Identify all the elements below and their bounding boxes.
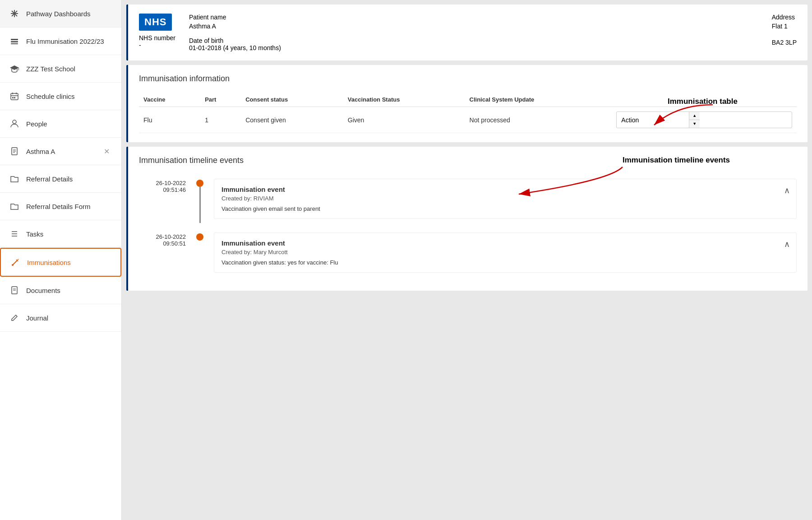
action-arrow-down[interactable]: ▼ [689, 120, 700, 128]
svg-point-15 [13, 120, 16, 124]
sidebar-item-label: Immunisations [27, 259, 111, 266]
cell-clinical-system: Not processed [465, 107, 612, 133]
action-arrow-up[interactable]: ▲ [689, 112, 700, 120]
svg-rect-6 [11, 43, 18, 44]
sidebar-item-flu-immunisation[interactable]: Flu Immunisation 2022/23 [0, 28, 121, 55]
sidebar-item-journal[interactable]: Journal [0, 304, 121, 332]
nhs-number-value: - [139, 42, 175, 49]
sidebar: Pathway Dashboards Flu Immunisation 2022… [0, 0, 122, 520]
sidebar-item-label: Flu Immunisation 2022/23 [26, 37, 112, 45]
col-vaccination-status: Vaccination Status [343, 93, 465, 107]
svg-rect-13 [12, 97, 14, 98]
svg-rect-4 [11, 39, 18, 40]
sidebar-item-label: Journal [26, 314, 112, 322]
action-dropdown-wrapper[interactable]: Action Edit Delete Process ▲ ▼ [616, 111, 792, 128]
timeline-event-desc-1: Vaccination given email sent to parent [221, 205, 789, 212]
list-icon [9, 228, 20, 239]
nhs-number-label: NHS number [139, 34, 175, 42]
timeline-right-1: Immunisation event Created by: RIVIAM Va… [207, 174, 797, 228]
immunisation-timeline-title: Immunisation timeline events [139, 156, 797, 165]
col-clinical-system: Clinical System Update [465, 93, 612, 107]
asterisk-icon [9, 8, 20, 19]
svg-point-26 [12, 264, 14, 266]
timeline-event-creator-1: Created by: RIVIAM [221, 195, 789, 202]
timeline-date-text-2: 26-10-2022 [139, 233, 186, 240]
timeline-event-desc-2: Vaccination given status: yes for vaccin… [221, 259, 789, 266]
timeline-collapse-btn-1[interactable]: ∧ [784, 186, 790, 195]
col-part: Part [200, 93, 241, 107]
sidebar-item-people[interactable]: People [0, 110, 121, 138]
sidebar-item-documents[interactable]: Documents [0, 277, 121, 304]
sidebar-item-label: Referral Details Form [26, 203, 112, 210]
timeline-line-area-1 [193, 174, 207, 223]
timeline-date-text-1: 26-10-2022 [139, 180, 186, 186]
timeline-right-2: Immunisation event Created by: Mary Murc… [207, 228, 797, 282]
address-line3: BA2 3LP [772, 39, 797, 46]
sidebar-item-schedule-clinics[interactable]: Schedule clinics [0, 83, 121, 110]
timeline-dot-2 [196, 233, 203, 241]
timeline-event-card-1: Immunisation event Created by: RIVIAM Va… [214, 179, 797, 219]
cell-vaccination-status: Given [343, 107, 465, 133]
person-icon [9, 118, 20, 129]
address-section: Address Flat 1 BA2 3LP [772, 14, 797, 51]
col-action [612, 93, 797, 107]
sidebar-item-referral-details-form[interactable]: Referral Details Form [0, 193, 121, 220]
svg-line-23 [13, 260, 17, 265]
patient-name-value: Asthma A [189, 23, 281, 30]
cell-action: Action Edit Delete Process ▲ ▼ [612, 107, 797, 133]
sidebar-item-immunisations[interactable]: Immunisations [0, 248, 121, 277]
svg-rect-14 [14, 97, 15, 98]
timeline-dot-1 [196, 180, 203, 187]
sidebar-item-label: People [26, 120, 112, 128]
pen-icon [9, 312, 20, 323]
close-asthma-a-button[interactable]: ✕ [101, 146, 112, 157]
layers-icon [9, 36, 20, 46]
doc-icon [9, 285, 20, 296]
sidebar-item-tasks[interactable]: Tasks [0, 220, 121, 248]
col-vaccine: Vaccine [139, 93, 200, 107]
timeline-event-card-2: Immunisation event Created by: Mary Murc… [214, 232, 797, 273]
timeline-item-2: 26-10-2022 09:50:51 Immunisation event C… [139, 228, 797, 282]
sidebar-item-label: Pathway Dashboards [26, 10, 112, 18]
svg-rect-9 [11, 93, 18, 100]
cell-consent: Consent given [241, 107, 343, 133]
nhs-number-section: NHS number - [139, 34, 175, 49]
timeline-date-2: 26-10-2022 09:50:51 [139, 228, 193, 247]
immunisation-table: Vaccine Part Consent status Vaccination … [139, 93, 797, 133]
sidebar-item-pathway-dashboards[interactable]: Pathway Dashboards [0, 0, 121, 28]
timeline-collapse-btn-2[interactable]: ∧ [784, 239, 790, 249]
address-line1: Flat 1 [772, 23, 797, 30]
sidebar-item-label: Schedule clinics [26, 93, 112, 100]
immunisation-info-card: Immunisation information Vaccine Part Co… [126, 65, 807, 142]
sidebar-item-label: Referral Details [26, 175, 112, 183]
timeline-container: 26-10-2022 09:51:46 Immunisation event C… [139, 174, 797, 282]
timeline-event-title-1: Immunisation event [221, 186, 789, 193]
dob-label: Date of birth [189, 37, 281, 44]
immunisation-timeline-card: Immunisation timeline events Immunisatio… [126, 147, 807, 291]
needle-icon [10, 257, 21, 268]
svg-marker-7 [10, 65, 19, 70]
folder-icon [9, 173, 20, 184]
timeline-line-area-2 [193, 228, 207, 241]
dob-value: 01-01-2018 (4 years, 10 months) [189, 44, 281, 51]
immunisation-info-title: Immunisation information [139, 74, 797, 84]
file-icon [9, 146, 20, 157]
graduation-icon [9, 63, 20, 74]
action-select[interactable]: Action Edit Delete Process [617, 113, 689, 127]
timeline-time-text-2: 09:50:51 [139, 240, 186, 247]
patient-name-section: Patient name Asthma A Date of birth 01-0… [189, 14, 281, 51]
sidebar-item-label: Asthma A [26, 148, 101, 155]
sidebar-item-referral-details[interactable]: Referral Details [0, 165, 121, 193]
timeline-vert-line-1 [199, 187, 201, 223]
sidebar-item-label: Documents [26, 287, 112, 294]
sidebar-item-zzz-test-school[interactable]: ZZZ Test School [0, 55, 121, 83]
address-label: Address [772, 14, 797, 21]
svg-rect-5 [11, 41, 18, 42]
timeline-event-creator-2: Created by: Mary Murcott [221, 249, 789, 255]
sidebar-item-label: Tasks [26, 230, 112, 238]
patient-name-label: Patient name [189, 14, 281, 21]
timeline-time-text-1: 09:51:46 [139, 186, 186, 193]
nhs-logo: NHS [139, 14, 172, 31]
timeline-item-1: 26-10-2022 09:51:46 Immunisation event C… [139, 174, 797, 228]
sidebar-item-asthma-a[interactable]: Asthma A ✕ [0, 138, 121, 165]
